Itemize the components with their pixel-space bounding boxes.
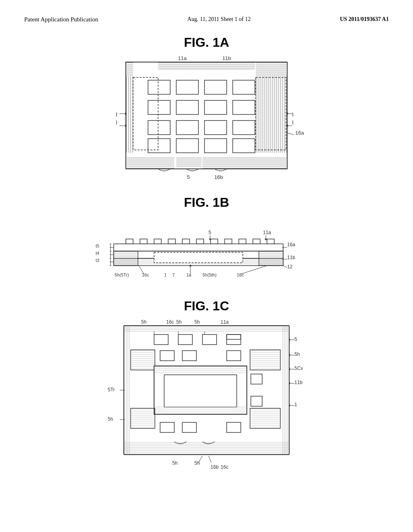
- svg-text:16a: 16a: [295, 130, 304, 136]
- svg-text:5h: 5h: [108, 416, 113, 422]
- svg-rect-108: [211, 239, 218, 244]
- svg-text:16c: 16c: [166, 319, 174, 325]
- svg-text:11b: 11b: [294, 380, 302, 385]
- svg-text:11a: 11a: [263, 230, 271, 235]
- patent-page: Patent Application Publication Aug. 11, …: [0, 0, 413, 532]
- svg-text:I: I: [292, 119, 294, 126]
- svg-rect-112: [267, 239, 274, 244]
- svg-text:16b: 16b: [211, 464, 219, 470]
- svg-rect-107: [196, 239, 204, 244]
- svg-rect-60: [176, 100, 198, 114]
- svg-rect-101: [114, 244, 283, 251]
- svg-rect-226: [227, 351, 241, 361]
- svg-rect-70: [233, 139, 255, 153]
- svg-rect-69: [204, 139, 227, 153]
- svg-rect-242: [131, 408, 155, 428]
- svg-text:16b: 16b: [214, 174, 223, 180]
- header-patent-number: US 2011/0193637 A1: [340, 16, 389, 23]
- figure-1a-section: FIG. 1A: [24, 35, 389, 183]
- svg-rect-58: [233, 80, 255, 94]
- svg-rect-232: [164, 375, 237, 407]
- fig1a-title: FIG. 1A: [184, 35, 229, 50]
- svg-rect-109: [225, 239, 232, 244]
- svg-rect-239: [160, 422, 174, 432]
- svg-text:5h: 5h: [294, 351, 300, 357]
- svg-rect-64: [176, 121, 198, 135]
- svg-text:1: 1: [164, 272, 167, 277]
- svg-text:5h: 5h: [141, 319, 146, 325]
- svg-rect-194: [154, 335, 168, 345]
- svg-rect-65: [204, 121, 227, 135]
- svg-rect-56: [176, 80, 198, 94]
- svg-text:5Cv: 5Cv: [294, 366, 303, 371]
- svg-line-158: [283, 266, 287, 268]
- svg-rect-110: [239, 239, 246, 244]
- svg-text:I: I: [116, 111, 117, 118]
- svg-rect-103: [140, 239, 147, 244]
- svg-text:5h(5th): 5h(5th): [202, 272, 217, 277]
- svg-text:t4: t4: [96, 251, 99, 256]
- svg-rect-111: [253, 239, 260, 244]
- fig1b-diagram: t5 t4 t3 5 11a 16a: [90, 214, 323, 287]
- svg-text:16c: 16c: [221, 464, 228, 470]
- svg-rect-62: [233, 100, 255, 114]
- svg-text:16a: 16a: [287, 242, 295, 247]
- svg-line-168: [139, 266, 144, 274]
- figure-1b-section: FIG. 1B: [24, 195, 389, 287]
- svg-rect-196: [202, 335, 217, 345]
- svg-text:5h: 5h: [176, 319, 181, 325]
- svg-line-293: [198, 456, 202, 463]
- svg-text:5h: 5h: [194, 319, 200, 325]
- svg-rect-238: [251, 396, 262, 406]
- page-header: Patent Application Publication Aug. 11, …: [24, 16, 389, 23]
- svg-rect-202: [131, 350, 155, 370]
- svg-text:5h: 5h: [172, 460, 177, 466]
- svg-rect-253: [250, 408, 280, 428]
- fig1c-title: FIG. 1C: [184, 299, 229, 314]
- svg-rect-240: [182, 422, 196, 432]
- svg-text:11a: 11a: [221, 319, 229, 325]
- header-publication-label: Patent Application Publication: [24, 16, 98, 23]
- svg-rect-213: [250, 350, 280, 370]
- svg-rect-224: [160, 351, 174, 361]
- svg-text:1: 1: [294, 402, 297, 407]
- svg-rect-106: [182, 239, 190, 244]
- svg-rect-198: [227, 335, 241, 339]
- svg-rect-102: [126, 239, 133, 244]
- fig1c-diagram: 16c 5h 5h 5h 11a 5 5h 5Cv 11b 1: [102, 318, 311, 471]
- svg-rect-66: [233, 121, 255, 135]
- svg-text:I: I: [292, 111, 294, 118]
- svg-rect-237: [251, 374, 262, 384]
- svg-text:11b: 11b: [222, 55, 231, 61]
- header-date-sheet: Aug. 11, 2011 Sheet 1 of 12: [188, 16, 251, 23]
- svg-rect-225: [182, 351, 196, 361]
- svg-text:t5: t5: [96, 243, 99, 248]
- svg-marker-150: [265, 239, 267, 241]
- svg-rect-105: [168, 239, 175, 244]
- svg-text:5h: 5h: [194, 460, 200, 466]
- svg-rect-63: [148, 121, 170, 135]
- svg-rect-104: [154, 239, 161, 244]
- svg-rect-55: [148, 80, 170, 94]
- svg-text:1a: 1a: [186, 272, 192, 277]
- svg-rect-57: [204, 80, 227, 94]
- svg-rect-61: [204, 100, 227, 114]
- svg-rect-68: [176, 139, 198, 153]
- svg-text:5h(5Tr): 5h(5Tr): [115, 272, 129, 277]
- svg-text:11b: 11b: [287, 255, 295, 260]
- svg-text:I: I: [116, 119, 117, 126]
- svg-text:12: 12: [287, 264, 293, 270]
- svg-text:5: 5: [187, 174, 190, 180]
- svg-text:t3: t3: [96, 258, 99, 263]
- fig1a-diagram: 11a 11b I I I I 5 16b 16a: [102, 54, 311, 183]
- svg-rect-67: [148, 139, 170, 153]
- svg-rect-133: [154, 252, 243, 263]
- svg-line-169: [241, 266, 267, 274]
- svg-rect-195: [178, 335, 192, 345]
- svg-text:5: 5: [209, 230, 211, 235]
- svg-rect-53: [133, 77, 158, 150]
- svg-rect-241: [227, 422, 241, 432]
- svg-text:16c: 16c: [142, 272, 149, 277]
- svg-line-294: [209, 456, 211, 463]
- svg-text:5Tr: 5Tr: [108, 387, 115, 393]
